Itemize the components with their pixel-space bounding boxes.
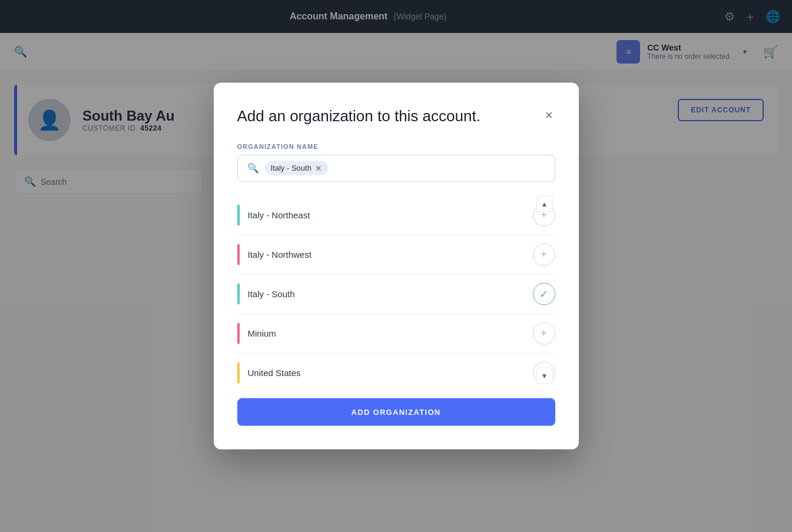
org-color-bar — [237, 322, 240, 344]
org-color-bar — [237, 204, 240, 225]
modal-title: Add an organization to this account. — [237, 107, 480, 127]
add-org-modal: Add an organization to this account. × O… — [214, 83, 579, 450]
org-color-bar — [237, 244, 240, 265]
org-color-bar — [237, 362, 240, 383]
org-selected-button[interactable]: ✓ — [533, 282, 555, 305]
org-list-item: Italy - Northeast+ — [237, 195, 555, 235]
search-input-icon: 🔍 — [247, 162, 259, 174]
org-list-item: Italy - South✓ — [237, 274, 555, 314]
org-name: Italy - Northwest — [248, 250, 525, 260]
org-name-label: ORGANIZATION NAME 🔍 Italy - South ✕ — [237, 142, 555, 181]
org-list-wrap: Italy - Northeast+Italy - Northwest+Ital… — [237, 195, 555, 384]
org-field-label: ORGANIZATION NAME — [237, 142, 555, 149]
org-name: Italy - South — [248, 289, 525, 299]
org-list-item: Italy - Northwest+ — [237, 235, 555, 274]
org-add-button[interactable]: + — [533, 243, 555, 265]
close-button[interactable]: × — [543, 107, 555, 124]
tag-remove-icon[interactable]: ✕ — [315, 163, 322, 172]
add-organization-button[interactable]: ADD ORGANIZATION — [237, 398, 555, 425]
org-add-button[interactable]: + — [533, 322, 555, 344]
org-color-bar — [237, 283, 240, 304]
org-name: United States — [248, 368, 525, 378]
org-list-item: Minium+ — [237, 314, 555, 353]
scroll-up-arrow[interactable]: ▲ — [536, 195, 553, 212]
org-name: Minium — [248, 328, 525, 338]
org-list-item: United States+ — [237, 353, 555, 384]
org-name: Italy - Northeast — [248, 210, 525, 220]
search-input-wrap: 🔍 Italy - South ✕ — [237, 154, 555, 181]
scroll-down-arrow[interactable]: ▼ — [536, 367, 553, 384]
modal-header: Add an organization to this account. × — [237, 107, 555, 127]
tag-text: Italy - South — [271, 164, 312, 172]
search-tag: Italy - South ✕ — [265, 161, 328, 175]
org-list: Italy - Northeast+Italy - Northwest+Ital… — [237, 195, 555, 384]
